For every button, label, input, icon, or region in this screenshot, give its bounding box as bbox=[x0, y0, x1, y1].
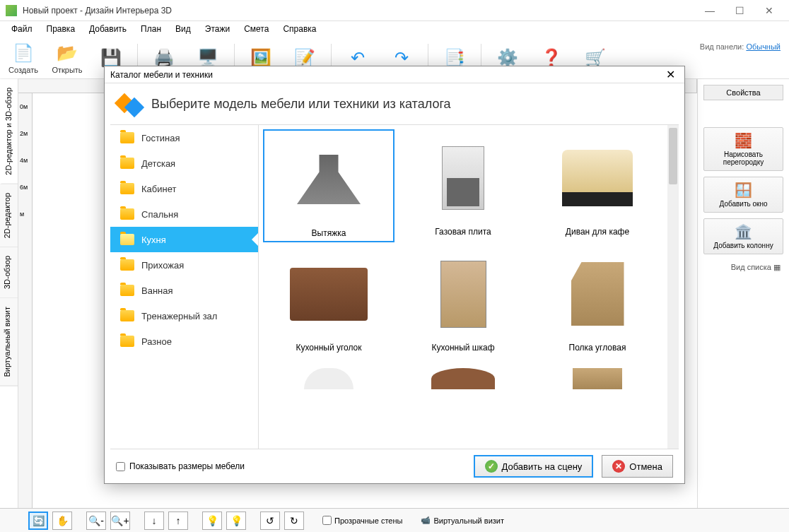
maximize-button[interactable]: ☐ bbox=[725, 1, 754, 20]
furniture-item[interactable]: Вытяжка bbox=[263, 129, 394, 242]
create-label: Создать bbox=[8, 66, 38, 74]
virtual-visit-toggle[interactable]: 📹Виртуальный визит bbox=[421, 516, 504, 525]
item-label: Кухонный уголок bbox=[266, 343, 392, 353]
panel-mode-label: Вид панели: bbox=[700, 42, 744, 51]
category-детская[interactable]: Детская bbox=[110, 150, 258, 176]
tab-3d[interactable]: 3D-обзор bbox=[0, 247, 18, 298]
menu-floors[interactable]: Этажи bbox=[199, 23, 235, 35]
category-гостиная[interactable]: Гостиная bbox=[110, 125, 258, 150]
tab-2d[interactable]: 2D-редактор bbox=[0, 184, 18, 247]
furniture-item[interactable]: Кухонный шкаф bbox=[397, 245, 529, 355]
folder-icon bbox=[120, 132, 134, 143]
furniture-item[interactable]: Полка угловая bbox=[532, 245, 663, 355]
panel-mode-link[interactable]: Обычный bbox=[746, 42, 781, 51]
open-button[interactable]: 📂 Открыть bbox=[49, 42, 85, 74]
light-off-button[interactable]: 💡 bbox=[226, 512, 246, 530]
rotate-360-button[interactable]: 🔄 bbox=[28, 512, 48, 530]
dialog-header: Выберите модель мебели или техники из ка… bbox=[105, 83, 684, 124]
furniture-catalog-dialog: Каталог мебели и техники ✕ Выберите моде… bbox=[104, 66, 685, 484]
dialog-close-button[interactable]: ✕ bbox=[662, 68, 679, 81]
light-on-button[interactable]: 💡 bbox=[202, 512, 222, 530]
minimize-button[interactable]: — bbox=[696, 1, 724, 20]
furniture-item[interactable] bbox=[532, 358, 663, 395]
dialog-footer: Показывать размеры мебели ✓ Добавить на … bbox=[105, 449, 684, 483]
furniture-item[interactable]: Кухонный уголок bbox=[263, 245, 394, 355]
left-tabs: 2D-редактор и 3D-обзор 2D-редактор 3D-об… bbox=[0, 79, 18, 508]
scrollbar[interactable] bbox=[667, 125, 679, 449]
panel-mode: Вид панели: Обычный bbox=[700, 42, 781, 51]
checkbox-input[interactable] bbox=[116, 462, 125, 471]
menu-edit[interactable]: Правка bbox=[41, 23, 81, 35]
dialog-title: Каталог мебели и техники bbox=[110, 70, 662, 80]
dialog-header-text: Выберите модель мебели или техники из ка… bbox=[151, 97, 451, 112]
checkbox-label: Прозрачные стены bbox=[334, 516, 402, 525]
column-icon: 🏛️ bbox=[708, 223, 778, 240]
draw-partition-button[interactable]: 🧱Нарисовать перегородку bbox=[703, 127, 783, 171]
menu-help[interactable]: Справка bbox=[277, 23, 322, 35]
folder-icon bbox=[120, 310, 134, 321]
show-sizes-checkbox[interactable]: Показывать размеры мебели bbox=[116, 461, 465, 471]
check-icon: ✓ bbox=[485, 460, 498, 473]
cancel-button[interactable]: ✕ Отмена bbox=[602, 455, 673, 478]
category-ванная[interactable]: Ванная bbox=[110, 278, 258, 303]
add-window-button[interactable]: 🪟Добавить окно bbox=[703, 177, 783, 213]
thumbnail bbox=[267, 134, 390, 225]
rotate-left-button[interactable]: ↺ bbox=[260, 512, 280, 530]
btn-label: Добавить окно bbox=[720, 200, 768, 208]
create-button[interactable]: 📄 Создать bbox=[6, 42, 41, 74]
thumbnail bbox=[534, 361, 660, 389]
category-label: Кухня bbox=[141, 235, 166, 245]
category-спальня[interactable]: Спальня bbox=[110, 201, 258, 227]
folder-icon bbox=[120, 336, 134, 347]
furniture-item[interactable]: Газовая плита bbox=[397, 129, 529, 242]
add-to-scene-button[interactable]: ✓ Добавить на сцену bbox=[474, 455, 594, 478]
category-прихожая[interactable]: Прихожая bbox=[110, 252, 258, 278]
close-button[interactable]: ✕ bbox=[755, 1, 783, 20]
item-label: Вытяжка bbox=[267, 228, 390, 238]
menu-file[interactable]: Файл bbox=[6, 23, 38, 35]
category-label: Кабинет bbox=[141, 184, 176, 194]
tilt-up-button[interactable]: ↑ bbox=[168, 512, 188, 530]
category-тренажерный зал[interactable]: Тренажерный зал bbox=[110, 303, 258, 329]
tab-virtual[interactable]: Виртуальный визит bbox=[0, 298, 18, 386]
cubes-icon bbox=[116, 90, 143, 117]
ruler-tick: 0м bbox=[18, 93, 32, 120]
menu-estimate[interactable]: Смета bbox=[238, 23, 274, 35]
transparent-walls-checkbox[interactable]: Прозрачные стены bbox=[322, 516, 402, 525]
category-кабинет[interactable]: Кабинет bbox=[110, 176, 258, 201]
list-view-label[interactable]: Вид списка ▦ bbox=[703, 260, 783, 275]
menu-view[interactable]: Вид bbox=[170, 23, 197, 35]
folder-icon bbox=[120, 285, 134, 296]
add-column-button[interactable]: 🏛️Добавить колонну bbox=[703, 218, 783, 254]
category-кухня[interactable]: Кухня bbox=[110, 227, 258, 252]
tilt-down-button[interactable]: ↓ bbox=[144, 512, 164, 530]
scroll-thumb[interactable] bbox=[669, 128, 677, 184]
item-label: Диван для кафе bbox=[534, 227, 660, 237]
item-label: Полка угловая bbox=[534, 343, 660, 353]
app-icon bbox=[6, 5, 17, 16]
category-label: Ванная bbox=[141, 285, 173, 296]
folder-icon bbox=[120, 259, 134, 271]
furniture-item[interactable]: Диван для кафе bbox=[532, 129, 663, 242]
zoom-in-button[interactable]: 🔍+ bbox=[110, 512, 130, 530]
pan-button[interactable]: ✋ bbox=[52, 512, 72, 530]
rotate-right-button[interactable]: ↻ bbox=[284, 512, 304, 530]
toggle-label: Виртуальный визит bbox=[433, 516, 504, 525]
folder-icon bbox=[120, 208, 134, 220]
tab-2d-3d[interactable]: 2D-редактор и 3D-обзор bbox=[0, 79, 18, 184]
furniture-item[interactable] bbox=[263, 358, 394, 395]
category-label: Разное bbox=[141, 336, 172, 347]
category-label: Тренажерный зал bbox=[141, 311, 217, 321]
camera-icon: 📹 bbox=[421, 516, 431, 525]
zoom-out-button[interactable]: 🔍- bbox=[86, 512, 106, 530]
folder-icon bbox=[120, 158, 134, 169]
category-разное[interactable]: Разное bbox=[110, 329, 258, 354]
menu-plan[interactable]: План bbox=[135, 23, 167, 35]
menubar: Файл Правка Добавить План Вид Этажи Смет… bbox=[0, 21, 789, 37]
properties-tab[interactable]: Свойства bbox=[703, 85, 783, 100]
open-folder-icon: 📂 bbox=[56, 42, 78, 64]
category-label: Прихожая bbox=[141, 260, 184, 271]
furniture-item[interactable] bbox=[397, 358, 529, 395]
thumbnail bbox=[400, 248, 526, 340]
menu-add[interactable]: Добавить bbox=[83, 23, 132, 35]
